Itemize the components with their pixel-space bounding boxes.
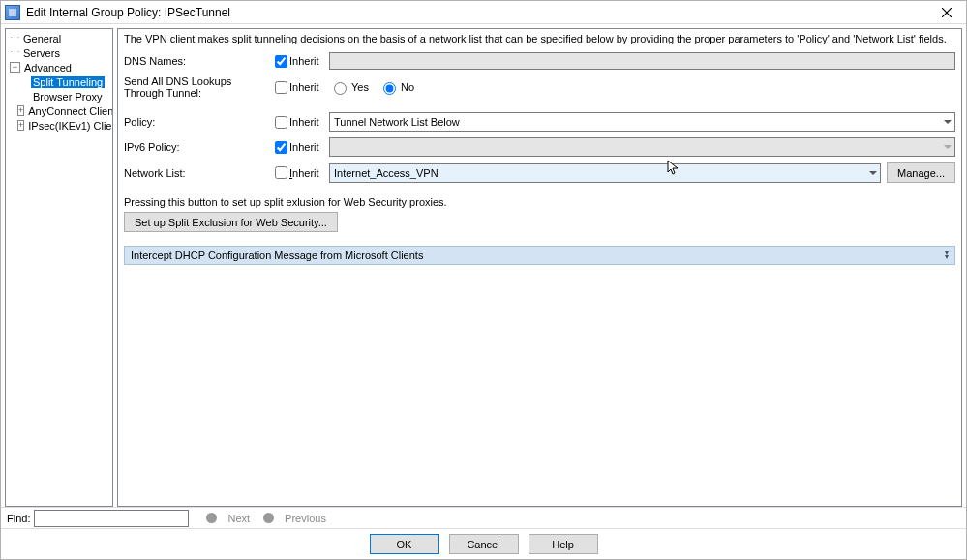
tree-label: IPsec(IKEv1) Client <box>26 120 113 132</box>
dropdown-value: Tunnel Network List Below <box>334 116 460 128</box>
chevron-down-icon <box>944 120 952 124</box>
body: ⋯General ⋯Servers −Advanced Split Tunnel… <box>1 24 966 507</box>
network-list-dropdown[interactable]: Internet_Access_VPN <box>329 163 881 183</box>
close-icon <box>942 8 952 17</box>
ipv6-policy-dropdown[interactable] <box>329 137 955 157</box>
dns-names-input[interactable] <box>329 52 955 70</box>
label-ipv6-policy: IPv6 Policy: <box>124 141 269 153</box>
chevron-down-icon <box>944 145 952 149</box>
inherit-label: Inherit <box>289 167 319 179</box>
section-title: Intercept DHCP Configuration Message fro… <box>131 250 423 261</box>
tree-label: Servers <box>21 47 62 59</box>
set-up-split-exclusion-button[interactable]: Set up Split Exclusion for Web Security.… <box>124 212 338 232</box>
tree-item-general[interactable]: ⋯General <box>6 31 112 45</box>
tree-label: Split Tunneling <box>31 76 105 88</box>
close-button[interactable] <box>927 1 966 24</box>
ok-button[interactable]: OK <box>370 534 439 554</box>
expand-icon[interactable]: + <box>17 120 24 131</box>
tree-label: Browser Proxy <box>31 91 105 103</box>
radio-yes-input[interactable] <box>334 82 347 95</box>
inherit-network-list: Inherit <box>275 166 323 179</box>
inherit-label: Inherit <box>289 55 319 67</box>
row-ipv6-policy: IPv6 Policy: Inherit <box>124 137 955 157</box>
help-button[interactable]: Help <box>529 534 598 554</box>
tree-label: Advanced <box>22 62 74 74</box>
label-send-dns: Send All DNS Lookups Through Tunnel: <box>124 75 269 99</box>
inherit-checkbox[interactable] <box>275 166 287 179</box>
radio-no[interactable]: No <box>378 79 414 95</box>
tree-item-browser-proxy[interactable]: Browser Proxy <box>6 89 112 103</box>
expand-icon[interactable]: + <box>17 105 24 116</box>
inherit-checkbox[interactable] <box>275 55 287 68</box>
manage-button[interactable]: Manage... <box>887 162 955 183</box>
tree-item-split-tunneling[interactable]: Split Tunneling <box>6 74 112 89</box>
inherit-ipv6: Inherit <box>275 141 323 154</box>
inherit-checkbox[interactable] <box>275 116 287 129</box>
inherit-label: Inherit <box>289 116 319 128</box>
cancel-button[interactable]: Cancel <box>449 534 519 554</box>
main-pane: The VPN client makes split tunneling dec… <box>117 28 962 507</box>
tree-label: General <box>21 33 63 44</box>
label-policy: Policy: <box>124 116 269 128</box>
double-chevron-down-icon: ▾▾ <box>945 251 949 259</box>
previous-icon <box>263 513 274 523</box>
dialog-button-bar: OK Cancel Help <box>1 528 966 559</box>
titlebar: Edit Internal Group Policy: IPSecTunnel <box>1 1 966 24</box>
find-label: Find: <box>7 513 30 524</box>
svg-rect-0 <box>9 9 16 16</box>
find-input[interactable] <box>34 510 189 527</box>
nav-tree: ⋯General ⋯Servers −Advanced Split Tunnel… <box>5 28 113 507</box>
inherit-dns-names: Inherit <box>275 55 323 68</box>
inherit-label: Inherit <box>289 81 319 93</box>
chevron-down-icon <box>869 171 877 175</box>
inherit-checkbox[interactable] <box>275 141 287 154</box>
row-network-list: Network List: Inherit Internet_Access_VP… <box>124 162 955 183</box>
inherit-checkbox[interactable] <box>275 81 287 94</box>
policy-dropdown[interactable]: Tunnel Network List Below <box>329 112 955 132</box>
tree-item-advanced[interactable]: −Advanced <box>6 60 112 74</box>
description-text: The VPN client makes split tunneling dec… <box>124 33 955 44</box>
label-network-list: Network List: <box>124 167 269 179</box>
label-dns-names: DNS Names: <box>124 55 269 67</box>
tree-label: AnyConnect Client <box>26 105 113 117</box>
find-next-button[interactable]: Next <box>227 513 250 524</box>
radio-no-input[interactable] <box>383 82 396 95</box>
send-dns-radio-group: Yes No <box>329 79 414 95</box>
web-security-note: Pressing this button to set up split exl… <box>124 196 955 208</box>
app-icon <box>5 5 20 20</box>
dropdown-value: Internet_Access_VPN <box>334 167 438 179</box>
row-dns-names: DNS Names: Inherit <box>124 52 955 70</box>
intercept-dhcp-section[interactable]: Intercept DHCP Configuration Message fro… <box>124 246 955 265</box>
find-bar: Find: Next Previous <box>1 507 966 528</box>
inherit-label: Inherit <box>289 141 319 153</box>
radio-label: Yes <box>351 81 369 93</box>
radio-label: No <box>401 81 414 93</box>
row-send-dns: Send All DNS Lookups Through Tunnel: Inh… <box>124 75 955 99</box>
tree-item-anyconnect[interactable]: +AnyConnect Client <box>6 103 112 118</box>
next-icon <box>206 513 217 523</box>
window-root: Edit Internal Group Policy: IPSecTunnel … <box>0 0 967 560</box>
inherit-send-dns: Inherit <box>275 81 323 94</box>
inherit-policy: Inherit <box>275 116 323 129</box>
tree-item-ipsec[interactable]: +IPsec(IKEv1) Client <box>6 118 112 133</box>
find-previous-button[interactable]: Previous <box>285 513 326 524</box>
tree-item-servers[interactable]: ⋯Servers <box>6 45 112 60</box>
row-policy: Policy: Inherit Tunnel Network List Belo… <box>124 112 955 132</box>
radio-yes[interactable]: Yes <box>329 79 369 95</box>
window-title: Edit Internal Group Policy: IPSecTunnel <box>26 6 927 19</box>
collapse-icon[interactable]: − <box>10 62 20 73</box>
